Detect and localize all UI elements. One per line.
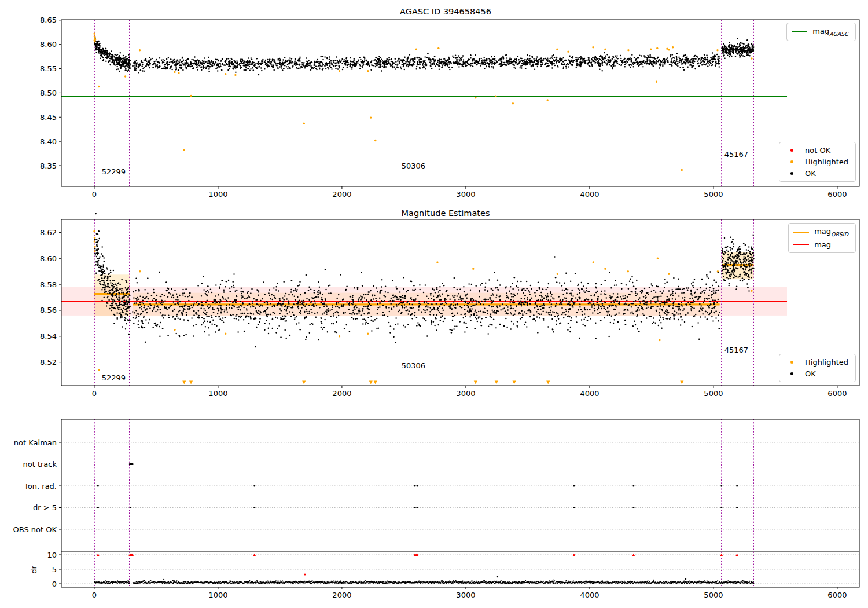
below-range-marker-icon	[546, 381, 550, 384]
plots-canvas: 01000200030004000500060008.358.408.458.5…	[0, 0, 868, 608]
flag-point	[132, 463, 134, 465]
highlighted-point	[627, 270, 629, 272]
legend-item-label: Highlighted	[805, 158, 848, 166]
highlighted-point	[94, 246, 95, 247]
agasc-magnitudes-plot: 01000200030004000500060008.358.408.458.5…	[40, 16, 859, 199]
x-tick-label: 3000	[456, 591, 475, 599]
x-tick-label: 2000	[332, 190, 351, 199]
legend-dot-swatch-icon	[784, 172, 800, 175]
legend-item: Highlighted	[784, 358, 848, 367]
below-range-marker-icon	[374, 381, 377, 384]
legend-item: mag	[793, 240, 848, 249]
y-tick-label: 8.50	[40, 89, 57, 97]
highlighted-point	[437, 47, 439, 49]
x-tick-label: 0	[92, 389, 97, 398]
highlighted-point	[93, 230, 95, 232]
highlighted-point	[672, 46, 674, 48]
highlighted-point	[98, 369, 100, 371]
x-tick-label: 6000	[827, 389, 847, 398]
flag-point	[632, 507, 634, 508]
x-tick-label: 5000	[704, 190, 723, 199]
x-tick-label: 1000	[208, 190, 227, 199]
highlighted-point	[656, 81, 657, 83]
legend-top-status: not OKHighlightedOK	[779, 142, 856, 182]
highlighted-point	[94, 39, 96, 41]
flag-point	[632, 485, 634, 487]
flag-point	[573, 507, 575, 508]
x-tick-label: 6000	[827, 591, 847, 599]
highlighted-point	[567, 51, 569, 53]
dr-tick-label: 5	[52, 565, 57, 574]
highlighted-point	[339, 70, 340, 72]
highlighted-point	[303, 123, 305, 124]
y-tick-label: 8.62	[40, 228, 57, 237]
x-tick-label: 4000	[580, 591, 599, 599]
legend-dot-swatch-icon	[784, 372, 800, 375]
dr-spike-point	[497, 576, 498, 577]
highlighted-point	[657, 258, 659, 259]
below-range-marker-icon	[495, 381, 498, 384]
highlighted-point	[627, 49, 629, 51]
highlighted-point	[604, 48, 606, 50]
magnitude-estimates-plot: 01000200030004000500060008.528.548.568.5…	[40, 213, 859, 398]
legend-item-label: mag	[814, 240, 831, 249]
y-tick-label: 8.60	[40, 40, 57, 49]
highlighted-point	[93, 33, 95, 35]
highlighted-point	[593, 261, 594, 263]
legend-mid-status: HighlightedOK	[779, 354, 856, 382]
dr-spike-point	[685, 578, 686, 580]
highlighted-point	[94, 237, 95, 239]
highlighted-point	[666, 48, 668, 50]
dr-not-ok-point	[304, 573, 306, 575]
dr-clipped-marker-icon	[720, 554, 723, 556]
dr-axis-label: dr	[30, 566, 38, 574]
highlighted-point	[751, 290, 752, 292]
highlighted-point	[475, 97, 476, 98]
legend-line-swatch-icon	[792, 31, 807, 32]
legend-item-label: OK	[805, 369, 816, 378]
legend-line-swatch-icon	[793, 232, 809, 233]
legend-dot-swatch-icon	[784, 361, 800, 364]
below-range-marker-icon	[474, 381, 477, 384]
y-tick-label: 8.55	[40, 64, 57, 73]
highlighted-point	[495, 96, 496, 97]
legend-item-label: magOBSID	[814, 227, 848, 237]
flag-point	[130, 507, 131, 508]
x-tick-label: 3000	[456, 389, 475, 398]
highlighted-point	[174, 71, 175, 73]
highlighted-point	[547, 99, 549, 101]
legend-item: OK	[784, 369, 848, 378]
dr-tick-label: 10	[47, 551, 57, 559]
highlighted-point	[94, 250, 95, 252]
highlighted-point	[557, 273, 558, 275]
legend-item-label: magAGASC	[812, 27, 848, 37]
highlighted-point	[656, 47, 658, 49]
highlighted-point	[339, 335, 340, 337]
highlighted-point	[178, 72, 179, 74]
y-tick-label: 8.35	[40, 162, 57, 170]
flag-point	[253, 507, 255, 508]
flag-point	[720, 485, 722, 487]
highlighted-point	[659, 339, 660, 341]
highlighted-point	[668, 49, 670, 50]
x-tick-label: 5000	[704, 591, 723, 599]
flag-point	[417, 507, 418, 508]
legend-item-label: Highlighted	[805, 358, 848, 367]
highlighted-point	[716, 49, 718, 51]
legend-item: OK	[784, 169, 848, 178]
below-range-marker-icon	[680, 381, 683, 384]
legend-dot-swatch-icon	[784, 160, 800, 163]
highlighted-point	[472, 268, 474, 270]
x-tick-label: 1000	[208, 591, 227, 599]
highlighted-point	[370, 116, 372, 118]
flags-dr-plot: 0100020003000400050006000not Kalmannot t…	[13, 419, 860, 599]
legend-item: not OK	[784, 146, 848, 155]
y-tick-label: 8.56	[40, 306, 57, 314]
highlighted-point	[94, 240, 95, 242]
y-tick-label: 8.45	[40, 113, 57, 122]
obsid-annotation: 50306	[402, 361, 425, 370]
y-tick-label: 8.52	[40, 358, 57, 367]
highlighted-point	[367, 70, 369, 72]
flag-point	[720, 507, 722, 508]
highlighted-point	[174, 329, 175, 331]
